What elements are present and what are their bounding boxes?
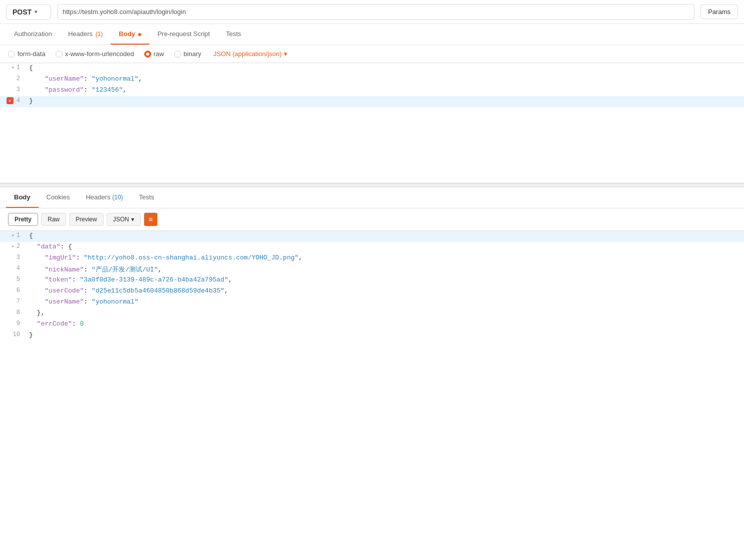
resp-line-9: 9 "errCode": 0 bbox=[0, 319, 744, 330]
body-options-bar: form-data x-www-form-urlencoded raw bina… bbox=[0, 45, 744, 63]
urlencoded-option[interactable]: x-www-form-urlencoded bbox=[56, 50, 134, 58]
url-input[interactable] bbox=[57, 4, 694, 20]
req-line-1: ▾ 1 { bbox=[0, 63, 744, 74]
params-button[interactable]: Params bbox=[700, 5, 738, 19]
resp-toggle-2[interactable]: ▾ bbox=[12, 243, 15, 249]
resp-line-3: 3 "imgUrl": "http://yoho8.oss-cn-shangha… bbox=[0, 253, 744, 264]
resp-content-1: { bbox=[25, 231, 744, 240]
req-toggle-1[interactable]: ▾ bbox=[12, 65, 15, 71]
resp-headers-badge: (10) bbox=[112, 194, 123, 201]
resp-content-7: "userName": "yohonormal" bbox=[25, 297, 744, 307]
resp-content-3: "imgUrl": "http://yoho8.oss-cn-shanghai.… bbox=[25, 253, 744, 262]
req-linenum-2: 2 bbox=[0, 74, 25, 83]
resp-content-9: "errCode": 0 bbox=[25, 319, 744, 329]
resp-tab-headers[interactable]: Headers (10) bbox=[78, 187, 131, 208]
resp-line-1: ▾ 1 { bbox=[0, 231, 744, 242]
json-chevron-icon: ▾ bbox=[284, 50, 287, 58]
headers-badge: (1) bbox=[96, 31, 103, 38]
top-bar: POST ▾ Params bbox=[0, 0, 744, 24]
resp-line-6: 6 "userCode": "d25e11c5db5a4604850b868d5… bbox=[0, 286, 744, 297]
resp-linenum-2: ▾ 2 bbox=[0, 242, 25, 251]
resp-tab-body[interactable]: Body bbox=[6, 187, 39, 208]
request-code-editor[interactable]: ▾ 1 { 2 "userName": "yohonormal", 3 "pas… bbox=[0, 63, 744, 183]
resp-content-2: "data": { bbox=[25, 242, 744, 251]
form-data-radio[interactable] bbox=[8, 51, 15, 58]
resp-linenum-1: ▾ 1 bbox=[0, 231, 25, 240]
section-divider bbox=[0, 183, 744, 187]
req-linenum-1: ▾ 1 bbox=[0, 63, 25, 72]
pretty-button[interactable]: Pretty bbox=[8, 213, 38, 226]
binary-radio[interactable] bbox=[174, 51, 181, 58]
method-selector[interactable]: POST ▾ bbox=[6, 5, 51, 20]
wrap-button[interactable]: ≡ bbox=[144, 212, 158, 226]
method-label: POST bbox=[13, 8, 32, 16]
json-format-chevron-icon: ▾ bbox=[131, 216, 134, 223]
resp-line-7: 7 "userName": "yohonormal" bbox=[0, 297, 744, 308]
response-code-editor[interactable]: ▾ 1 { ▾ 2 "data": { 3 "imgUrl": "http://… bbox=[0, 231, 744, 371]
req-linenum-3: 3 bbox=[0, 85, 25, 94]
wrap-icon: ≡ bbox=[149, 215, 153, 223]
resp-linenum-6: 6 bbox=[0, 286, 25, 295]
req-content-3: "password": "123456", bbox=[25, 85, 744, 95]
tab-prerequest[interactable]: Pre-request Script bbox=[149, 24, 218, 45]
raw-radio[interactable] bbox=[144, 51, 151, 58]
json-type-selector[interactable]: JSON (application/json) ▾ bbox=[213, 50, 287, 58]
method-chevron-icon: ▾ bbox=[35, 9, 37, 15]
resp-linenum-9: 9 bbox=[0, 319, 25, 328]
resp-line-4: 4 "nickName": "产品/开发/测试/UI", bbox=[0, 264, 744, 275]
req-content-4: } bbox=[25, 96, 744, 106]
tab-headers[interactable]: Headers (1) bbox=[60, 24, 111, 45]
resp-linenum-10: 10 bbox=[0, 330, 25, 339]
body-dot bbox=[138, 33, 141, 36]
resp-line-5: 5 "token": "3a0f0d3e-3139-489c-a726-b4ba… bbox=[0, 275, 744, 286]
resp-content-10: } bbox=[25, 330, 744, 340]
error-icon: ✕ bbox=[7, 97, 14, 104]
resp-linenum-8: 8 bbox=[0, 308, 25, 317]
req-line-3: 3 "password": "123456", bbox=[0, 85, 744, 96]
resp-content-4: "nickName": "产品/开发/测试/UI", bbox=[25, 264, 744, 275]
req-line-2: 2 "userName": "yohonormal", bbox=[0, 74, 744, 85]
request-tabs-bar: Authorization Headers (1) Body Pre-reque… bbox=[0, 24, 744, 45]
req-content-2: "userName": "yohonormal", bbox=[25, 74, 744, 84]
raw-button[interactable]: Raw bbox=[41, 213, 66, 226]
urlencoded-radio[interactable] bbox=[56, 51, 63, 58]
preview-button[interactable]: Preview bbox=[69, 213, 104, 226]
tab-tests-request[interactable]: Tests bbox=[218, 24, 249, 45]
json-format-selector[interactable]: JSON ▾ bbox=[107, 213, 141, 226]
req-linenum-4: ✕ 4 bbox=[0, 96, 25, 105]
resp-line-2: ▾ 2 "data": { bbox=[0, 242, 744, 253]
req-content-1: { bbox=[25, 63, 744, 73]
resp-content-5: "token": "3a0f0d3e-3139-489c-a726-b4ba42… bbox=[25, 275, 744, 285]
resp-content-6: "userCode": "d25e11c5db5a4604850b868d59d… bbox=[25, 286, 744, 296]
tab-authorization[interactable]: Authorization bbox=[6, 24, 60, 45]
resp-linenum-3: 3 bbox=[0, 253, 25, 262]
response-tabs-bar: Body Cookies Headers (10) Tests bbox=[0, 187, 744, 208]
resp-content-8: }, bbox=[25, 308, 744, 318]
resp-linenum-7: 7 bbox=[0, 297, 25, 306]
resp-tab-tests[interactable]: Tests bbox=[131, 187, 162, 208]
raw-option[interactable]: raw bbox=[144, 50, 164, 58]
resp-tab-cookies[interactable]: Cookies bbox=[39, 187, 78, 208]
resp-linenum-5: 5 bbox=[0, 275, 25, 284]
resp-line-8: 8 }, bbox=[0, 308, 744, 319]
format-bar: Pretty Raw Preview JSON ▾ ≡ bbox=[0, 208, 744, 231]
resp-linenum-4: 4 bbox=[0, 264, 25, 273]
binary-option[interactable]: binary bbox=[174, 50, 201, 58]
resp-line-10: 10 } bbox=[0, 330, 744, 341]
resp-toggle-1[interactable]: ▾ bbox=[12, 232, 15, 238]
tab-body[interactable]: Body bbox=[111, 24, 149, 45]
form-data-option[interactable]: form-data bbox=[8, 50, 46, 58]
req-line-4: ✕ 4 } bbox=[0, 96, 744, 107]
